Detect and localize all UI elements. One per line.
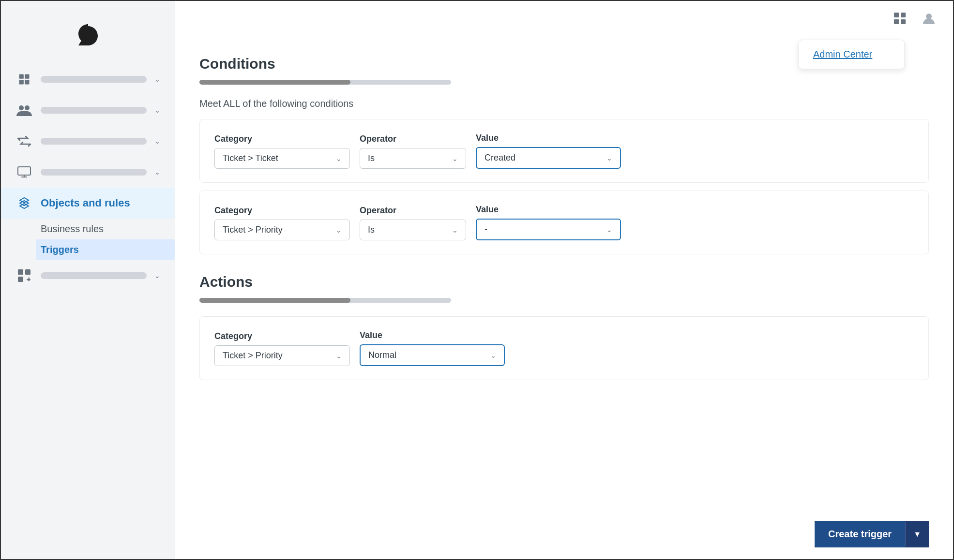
actions-progress-bar-fill — [199, 298, 350, 303]
sidebar-item-label-bar — [41, 272, 147, 279]
chevron-down-icon: ⌄ — [336, 155, 342, 162]
apps-icon — [15, 267, 33, 284]
sidebar-item-objects-rules[interactable]: Objects and rules — [1, 188, 175, 219]
conditions-section: Conditions Meet ALL of the following con… — [199, 56, 929, 254]
svg-rect-8 — [25, 269, 30, 275]
action-value-field-group-1: Value Normal ⌄ — [360, 330, 505, 366]
value-value-2: - — [485, 224, 487, 235]
sidebar-submenu: Business rules Triggers — [1, 219, 175, 260]
conditions-subtitle: Meet ALL of the following conditions — [199, 98, 929, 109]
action-category-label-1: Category — [214, 331, 350, 341]
actions-progress — [199, 298, 929, 303]
action-category-value-1: Ticket > Priority — [223, 351, 283, 361]
operator-field-group-1: Operator Is ⌄ — [360, 134, 466, 169]
svg-point-4 — [19, 105, 24, 110]
header: Admin Center — [175, 1, 953, 36]
svg-rect-14 — [894, 19, 899, 24]
user-avatar-icon[interactable] — [919, 9, 939, 28]
svg-point-5 — [25, 105, 30, 110]
chevron-down-icon: ⌄ — [154, 75, 160, 83]
sidebar-item-label-bar — [41, 107, 147, 114]
value-label-1: Value — [476, 133, 621, 143]
progress-bar-fill — [199, 80, 350, 85]
svg-rect-9 — [18, 277, 23, 282]
monitor-icon — [15, 163, 33, 181]
action-category-field-group-1: Category Ticket > Priority ⌄ — [214, 331, 350, 366]
operator-select-2[interactable]: Is ⌄ — [360, 220, 466, 240]
category-value-1: Ticket > Ticket — [223, 153, 278, 163]
sidebar-item-building[interactable]: ⌄ — [1, 64, 175, 95]
sidebar-item-label-bar — [41, 76, 147, 83]
svg-rect-12 — [894, 13, 899, 17]
chevron-down-icon: ⌄ — [336, 352, 342, 360]
svg-rect-1 — [25, 74, 29, 79]
sidebar-submenu-triggers[interactable]: Triggers — [36, 239, 175, 260]
bottom-bar: Create trigger ▼ — [175, 509, 953, 559]
header-icons — [890, 9, 939, 28]
operator-value-1: Is — [368, 153, 375, 163]
sidebar-item-apps[interactable]: ⌄ — [1, 260, 175, 291]
svg-rect-15 — [901, 19, 906, 24]
value-value-1: Created — [485, 153, 515, 163]
svg-rect-3 — [25, 80, 29, 84]
operator-label-1: Operator — [360, 134, 466, 144]
operator-select-1[interactable]: Is ⌄ — [360, 148, 466, 169]
chevron-down-icon: ⌄ — [154, 272, 160, 280]
svg-rect-13 — [901, 13, 906, 17]
chevron-down-icon: ⌄ — [490, 352, 496, 359]
value-field-group-1: Value Created ⌄ — [476, 133, 621, 169]
sidebar-item-arrows[interactable]: ⌄ — [1, 126, 175, 157]
objects-rules-label: Objects and rules — [41, 197, 160, 209]
condition-row-1: Category Ticket > Ticket ⌄ Operator Is ⌄ — [199, 119, 929, 183]
value-select-2[interactable]: - ⌄ — [476, 219, 621, 240]
svg-rect-7 — [18, 269, 23, 275]
operator-field-group-2: Operator Is ⌄ — [360, 206, 466, 240]
chevron-down-icon: ⌄ — [606, 154, 612, 162]
actions-progress-bar — [199, 298, 451, 303]
value-field-group-2: Value - ⌄ — [476, 205, 621, 240]
svg-rect-6 — [18, 167, 30, 175]
sidebar-item-label-bar — [41, 138, 147, 145]
sidebar-item-people[interactable]: ⌄ — [1, 95, 175, 126]
apps-grid-icon[interactable] — [890, 9, 909, 28]
category-label-1: Category — [214, 134, 350, 144]
category-select-2[interactable]: Ticket > Priority ⌄ — [214, 220, 350, 240]
operator-value-2: Is — [368, 225, 375, 235]
chevron-down-icon: ⌄ — [606, 226, 612, 234]
create-trigger-button[interactable]: Create trigger ▼ — [815, 521, 929, 547]
chevron-down-icon: ⌄ — [452, 226, 458, 234]
actions-section: Actions Category Ticket > Priority ⌄ — [199, 274, 929, 380]
conditions-progress — [199, 80, 929, 85]
content-area: Conditions Meet ALL of the following con… — [175, 36, 953, 509]
create-trigger-chevron[interactable]: ▼ — [905, 522, 929, 546]
category-value-2: Ticket > Priority — [223, 225, 283, 235]
category-field-group-2: Category Ticket > Priority ⌄ — [214, 206, 350, 240]
sidebar-item-monitor[interactable]: ⌄ — [1, 157, 175, 188]
zendesk-logo-icon — [74, 20, 103, 49]
sidebar-item-label-bar — [41, 169, 147, 176]
value-label-2: Value — [476, 205, 621, 215]
condition-row-2: Category Ticket > Priority ⌄ Operator Is… — [199, 191, 929, 254]
value-select-1[interactable]: Created ⌄ — [476, 147, 621, 169]
sidebar: ⌄ ⌄ ⌄ — [1, 1, 175, 559]
chevron-down-icon: ⌄ — [452, 155, 458, 162]
action-row-1: Category Ticket > Priority ⌄ Value Norma… — [199, 316, 929, 380]
people-icon — [15, 102, 33, 119]
chevron-down-icon: ⌄ — [336, 226, 342, 234]
category-field-group-1: Category Ticket > Ticket ⌄ — [214, 134, 350, 169]
chevron-down-icon: ⌄ — [154, 137, 160, 145]
category-select-1[interactable]: Ticket > Ticket ⌄ — [214, 148, 350, 169]
condition-fields-2: Category Ticket > Priority ⌄ Operator Is… — [214, 205, 914, 240]
admin-center-link[interactable]: Admin Center — [813, 49, 872, 59]
main-content: Admin Center Conditions Meet ALL of the … — [175, 1, 953, 559]
action-category-select-1[interactable]: Ticket > Priority ⌄ — [214, 345, 350, 366]
svg-rect-11 — [29, 278, 30, 281]
progress-bar — [199, 80, 451, 85]
arrows-icon — [15, 133, 33, 150]
condition-fields-1: Category Ticket > Ticket ⌄ Operator Is ⌄ — [214, 133, 914, 169]
action-value-select-1[interactable]: Normal ⌄ — [360, 344, 505, 366]
create-trigger-label: Create trigger — [815, 521, 905, 547]
sidebar-submenu-business-rules[interactable]: Business rules — [41, 219, 175, 239]
admin-center-dropdown: Admin Center — [798, 40, 905, 69]
category-label-2: Category — [214, 206, 350, 216]
